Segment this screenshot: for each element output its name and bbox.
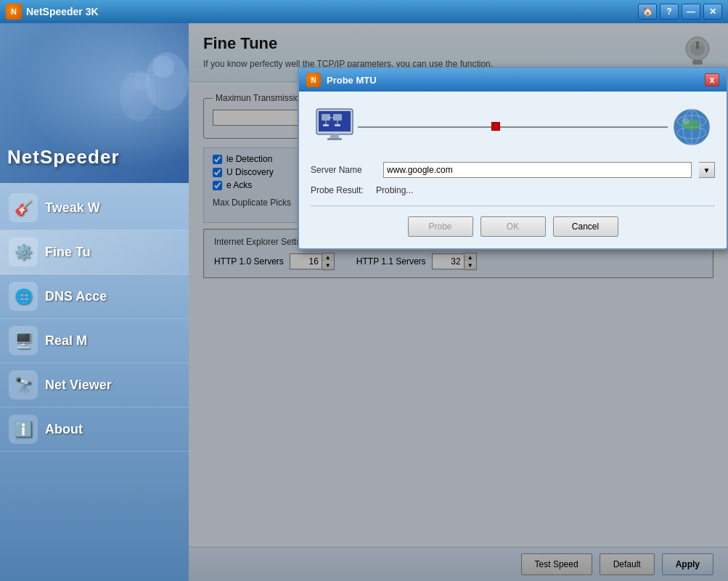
finetune-icon: ⚙️ — [9, 237, 38, 267]
dialog-buttons: Probe OK Cancel — [311, 214, 715, 237]
probe-line-track — [358, 126, 668, 128]
dialog-body: Server Name ▼ Probe Result: Probing... P… — [299, 92, 727, 248]
dns-icon: 🌐 — [9, 282, 38, 311]
probe-result-value: Probing... — [376, 185, 413, 195]
sidebar-item-about-label: About — [45, 422, 83, 437]
modal-overlay: N Probe MTU x — [189, 23, 728, 581]
svg-point-32 — [682, 118, 690, 125]
sidebar-item-tweak-label: Tweak W — [45, 200, 100, 216]
svg-rect-22 — [335, 124, 340, 126]
dialog-title: Probe MTU — [327, 75, 699, 86]
realmon-icon: 🖥️ — [9, 326, 38, 355]
dialog-ok-button[interactable]: OK — [480, 216, 546, 237]
dialog-separator — [311, 206, 715, 206]
probe-line-thumb — [491, 122, 500, 131]
sidebar-item-dns[interactable]: 🌐 DNS Acce — [0, 275, 189, 319]
network-area — [311, 103, 715, 150]
sidebar-item-netviewer[interactable]: 🔭 Net Viewer — [0, 363, 189, 407]
dialog-titlebar: N Probe MTU x — [299, 68, 727, 92]
home-button[interactable]: 🏠 — [638, 4, 657, 20]
app-title: NetSpeeder 3K — [26, 6, 638, 17]
sidebar-item-finetune[interactable]: ⚙️ Fine Tu — [0, 230, 189, 275]
sidebar-item-tweak[interactable]: 🎸 Tweak W — [0, 186, 189, 230]
globe-icon — [668, 103, 715, 150]
tweak-icon: 🎸 — [9, 193, 38, 222]
minimize-button[interactable]: — — [682, 4, 700, 20]
sidebar-item-about[interactable]: ℹ️ About — [0, 407, 189, 452]
svg-point-3 — [133, 73, 150, 90]
probe-result-label: Probe Result: — [311, 185, 376, 195]
logo-text: NetSpeeder — [7, 146, 120, 168]
probe-result-row: Probe Result: Probing... — [311, 185, 715, 195]
logo-figure — [109, 38, 189, 147]
title-bar: N NetSpeeder 3K 🏠 ? — ✕ — [0, 0, 728, 23]
window-controls: 🏠 ? — ✕ — [638, 4, 722, 20]
dialog-cancel-button[interactable]: Cancel — [553, 216, 618, 237]
sidebar-item-realmon-label: Real M — [45, 333, 87, 349]
svg-rect-24 — [330, 134, 339, 138]
about-icon: ℹ️ — [9, 415, 38, 444]
svg-rect-19 — [323, 124, 329, 126]
probe-mtu-dialog: N Probe MTU x — [298, 67, 728, 250]
svg-rect-25 — [327, 138, 342, 140]
sidebar-item-netviewer-label: Net Viewer — [45, 378, 112, 393]
sidebar-item-dns-label: DNS Acce — [45, 289, 107, 304]
server-name-label: Server Name — [311, 165, 376, 175]
dialog-icon: N — [306, 73, 321, 87]
server-name-input[interactable] — [383, 162, 692, 178]
sidebar-logo: NetSpeeder — [0, 23, 189, 183]
dialog-close-button[interactable]: x — [705, 73, 719, 86]
probe-line — [358, 120, 668, 134]
server-name-dropdown[interactable]: ▼ — [699, 162, 715, 178]
sidebar-nav: 🎸 Tweak W ⚙️ Fine Tu 🌐 DNS Acce 🖥️ Real … — [0, 183, 189, 581]
sidebar-item-finetune-label: Fine Tu — [45, 245, 91, 260]
sidebar-item-realmon[interactable]: 🖥️ Real M — [0, 319, 189, 363]
help-button[interactable]: ? — [660, 4, 679, 20]
app-icon: N — [6, 4, 22, 20]
svg-rect-20 — [333, 114, 342, 121]
svg-point-2 — [152, 56, 174, 78]
main-layout: NetSpeeder 🎸 Tweak W ⚙️ Fine Tu 🌐 DNS Ac… — [0, 23, 728, 581]
content-area: Fine Tune If you know perfectly well the… — [189, 23, 728, 581]
server-name-row: Server Name ▼ — [311, 162, 715, 178]
pc-icon — [311, 103, 358, 150]
close-button[interactable]: ✕ — [703, 4, 722, 20]
netviewer-icon: 🔭 — [9, 370, 38, 399]
sidebar: NetSpeeder 🎸 Tweak W ⚙️ Fine Tu 🌐 DNS Ac… — [0, 23, 189, 581]
dialog-probe-button[interactable]: Probe — [408, 216, 473, 237]
